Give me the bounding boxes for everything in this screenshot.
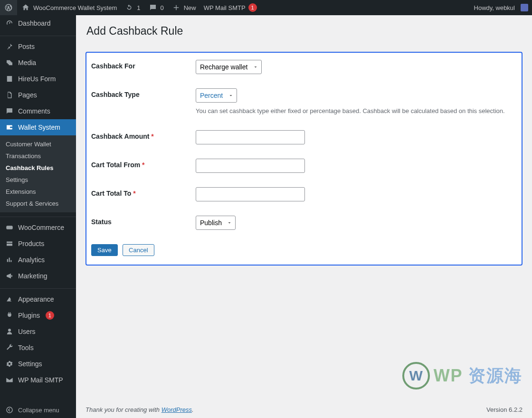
form-icon [5, 74, 14, 84]
wp-mail-label: WP Mail SMTP [204, 4, 246, 11]
sub-transactions[interactable]: Transactions [0, 150, 76, 162]
label-cashback-for: Cashback For [86, 53, 191, 81]
svg-point-1 [7, 407, 12, 413]
menu-users[interactable]: Users [0, 323, 76, 340]
label-cashback-type: Cashback Type [86, 81, 191, 123]
menu-tools[interactable]: Tools [0, 340, 76, 356]
collapse-menu[interactable]: Collapse menu [0, 402, 76, 418]
site-name-link[interactable]: WooCommerce Wallet System [17, 0, 121, 15]
separator [0, 286, 76, 289]
menu-comments[interactable]: Comments [0, 103, 76, 119]
select-cashback-type[interactable]: Percent [196, 88, 237, 103]
updates-link[interactable]: 1 [121, 0, 144, 15]
label-status: Status [86, 209, 191, 237]
menu-hireus[interactable]: HireUs Form [0, 71, 76, 87]
dashboard-icon [5, 19, 14, 28]
new-link[interactable]: New [168, 0, 200, 15]
menu-analytics[interactable]: Analytics [0, 252, 76, 268]
comments-count: 0 [161, 4, 164, 11]
label-cart-total-to: Cart Total To * [86, 180, 191, 209]
analytics-icon [5, 255, 14, 265]
plus-icon [171, 3, 181, 12]
input-cashback-amount[interactable] [196, 130, 305, 144]
sub-settings[interactable]: Settings [0, 174, 76, 186]
my-account-link[interactable]: Howdy, webkul [470, 0, 532, 15]
cancel-button[interactable]: Cancel [123, 244, 154, 256]
site-name: WooCommerce Wallet System [33, 4, 117, 11]
sub-customer-wallet[interactable]: Customer Wallet [0, 138, 76, 150]
menu-wp-mail-smtp[interactable]: WP Mail SMTP [0, 372, 76, 388]
svg-rect-0 [6, 226, 13, 229]
sub-extensions[interactable]: Extensions [0, 186, 76, 198]
label-cashback-amount: Cashback Amount * [86, 123, 191, 152]
appearance-icon [5, 294, 14, 304]
footer-thanks: Thank you for creating with WordPress. [86, 406, 194, 413]
menu-plugins[interactable]: Plugins1 [0, 307, 76, 323]
menu-marketing[interactable]: Marketing [0, 268, 76, 284]
avatar [521, 4, 528, 11]
updates-count: 1 [137, 4, 140, 11]
menu-settings[interactable]: Settings [0, 356, 76, 372]
separator [0, 34, 76, 36]
products-icon [5, 239, 14, 248]
sub-cashback-rules[interactable]: Cashback Rules [0, 162, 76, 174]
wallet-submenu: Customer Wallet Transactions Cashback Ru… [0, 135, 76, 212]
pin-icon [5, 42, 14, 51]
wp-mail-smtp-link[interactable]: WP Mail SMTP1 [200, 0, 261, 15]
woocommerce-icon [5, 223, 14, 232]
menu-posts[interactable]: Posts [0, 38, 76, 55]
page-title: Add Cashback Rule [86, 25, 522, 38]
save-button[interactable]: Save [91, 244, 118, 256]
input-cart-total-to[interactable] [196, 187, 305, 201]
howdy-text: Howdy, webkul [474, 4, 515, 11]
comments-icon [5, 106, 14, 116]
menu-dashboard[interactable]: Dashboard [0, 15, 76, 31]
menu-products[interactable]: Products [0, 236, 76, 252]
home-icon [21, 3, 30, 12]
marketing-icon [5, 271, 14, 281]
new-label: New [184, 4, 196, 11]
wordpress-link[interactable]: WordPress [162, 406, 192, 413]
desc-cashback-type: You can set cashback type either fixed o… [196, 106, 517, 116]
menu-wallet-system[interactable]: Wallet System [0, 119, 76, 135]
collapse-icon [5, 405, 14, 415]
comment-icon [148, 3, 158, 12]
menu-appearance[interactable]: Appearance [0, 291, 76, 307]
select-status[interactable]: Publish [196, 216, 236, 230]
form-card: Cashback For Recharge wallet Cashback Ty… [86, 52, 522, 266]
watermark: W WP 资源海 [402, 362, 522, 390]
menu-pages[interactable]: Pages [0, 87, 76, 103]
label-cart-total-from: Cart Total From * [86, 152, 191, 180]
wp-mail-badge: 1 [248, 3, 257, 12]
input-cart-total-from[interactable] [196, 159, 305, 173]
tools-icon [5, 343, 14, 352]
mail-icon [5, 375, 14, 385]
plugins-badge: 1 [46, 311, 54, 320]
separator [0, 215, 76, 217]
settings-icon [5, 359, 14, 369]
menu-media[interactable]: Media [0, 55, 76, 71]
wp-logo[interactable] [0, 0, 17, 15]
select-cashback-for[interactable]: Recharge wallet [196, 60, 262, 74]
wallet-icon [5, 123, 14, 132]
users-icon [5, 327, 14, 336]
menu-woocommerce[interactable]: WooCommerce [0, 219, 76, 236]
pages-icon [5, 90, 14, 100]
watermark-logo-icon: W [402, 362, 430, 390]
refresh-icon [124, 3, 134, 12]
comments-link[interactable]: 0 [144, 0, 168, 15]
sub-support[interactable]: Support & Services [0, 198, 76, 209]
plugins-icon [5, 311, 14, 320]
media-icon [5, 58, 14, 67]
wordpress-icon [4, 3, 13, 12]
footer-version: Version 6.2.2 [486, 406, 522, 413]
